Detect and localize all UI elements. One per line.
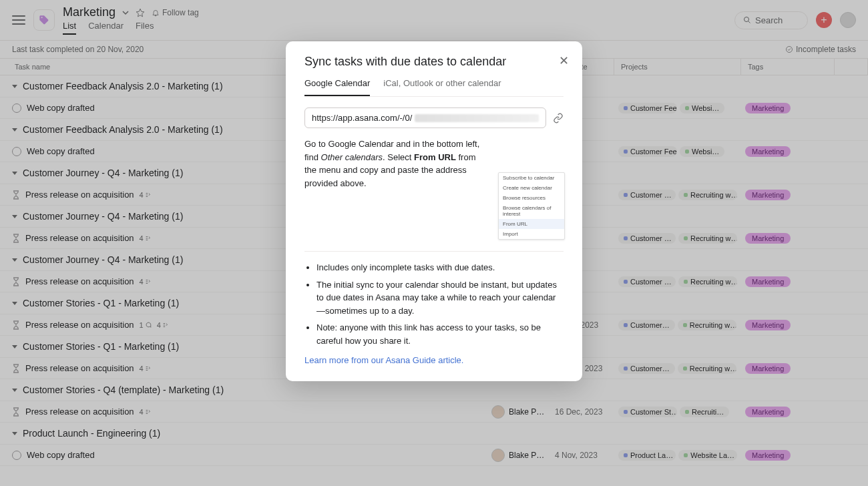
modal-overlay[interactable]: ✕ Sync tasks with due dates to calendar …: [0, 0, 868, 486]
info-bullet: The initial sync to your calendar should…: [316, 278, 564, 318]
tab-google-calendar[interactable]: Google Calendar: [304, 78, 370, 96]
gcal-menu-item: Import: [499, 229, 564, 239]
gcal-menu-illustration: Subscribe to calendarCreate new calendar…: [498, 172, 565, 240]
sync-calendar-modal: ✕ Sync tasks with due dates to calendar …: [286, 41, 582, 381]
modal-title: Sync tasks with due dates to calendar: [304, 55, 564, 69]
gcal-menu-item: Browse resources: [499, 193, 564, 203]
copy-link-icon[interactable]: [553, 113, 564, 124]
divider: [304, 251, 564, 252]
sync-url-input[interactable]: https://app.asana.com/-/0/: [304, 107, 546, 128]
gcal-menu-item: Create new calendar: [499, 183, 564, 193]
gcal-menu-item: Browse calendars of interest: [499, 203, 564, 219]
info-bullet: Note: anyone with this link has access t…: [316, 321, 564, 347]
info-bullets: Includes only incomplete tasks with due …: [304, 261, 564, 347]
info-bullet: Includes only incomplete tasks with due …: [316, 261, 564, 274]
gcal-menu-item: Subscribe to calendar: [499, 173, 564, 183]
url-prefix: https://app.asana.com/-/0/: [312, 113, 412, 123]
close-icon[interactable]: ✕: [559, 53, 569, 68]
gcal-menu-item: From URL: [499, 219, 564, 229]
modal-tabs: Google Calendar iCal, Outlook or other c…: [304, 78, 564, 97]
learn-more-link[interactable]: Learn more from our Asana Guide article.: [304, 355, 564, 365]
url-redacted: [415, 114, 539, 122]
tab-other-calendar[interactable]: iCal, Outlook or other calendar: [383, 78, 501, 96]
